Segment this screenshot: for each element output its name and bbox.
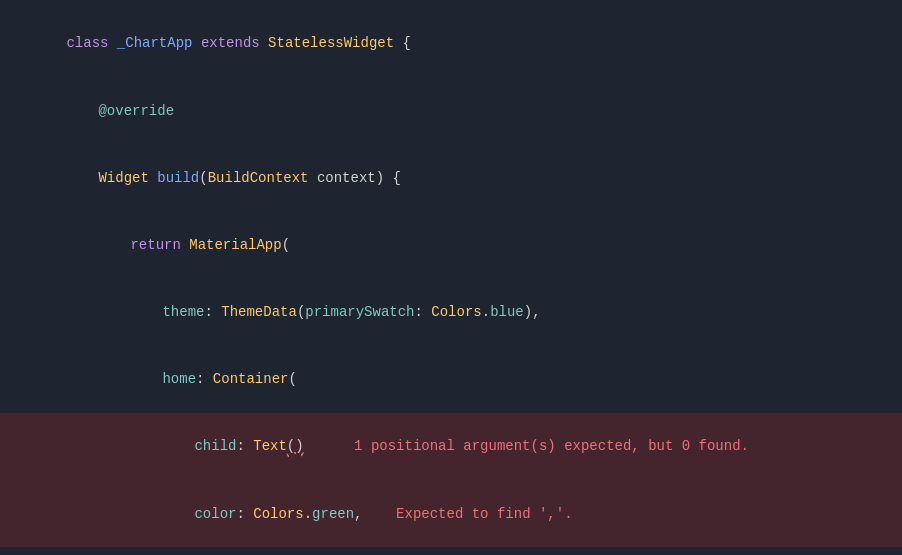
property: blue bbox=[490, 304, 524, 320]
property: home bbox=[162, 371, 196, 387]
type-name: ThemeData bbox=[221, 304, 297, 320]
function-name: build bbox=[157, 170, 199, 186]
type-name: Colors bbox=[431, 304, 481, 320]
keyword: return bbox=[130, 237, 180, 253]
type-name: BuildContext bbox=[208, 170, 309, 186]
property: color bbox=[194, 506, 236, 522]
type-name: Colors bbox=[253, 506, 303, 522]
property: green bbox=[312, 506, 354, 522]
keyword: extends bbox=[201, 35, 260, 51]
error-token: () bbox=[287, 438, 304, 454]
type-name: Container bbox=[213, 371, 289, 387]
class-name: _ChartApp bbox=[117, 35, 193, 51]
error-message: 1 positional argument(s) expected, but 0… bbox=[354, 438, 749, 454]
keyword: class bbox=[66, 35, 116, 51]
property: primarySwatch bbox=[305, 304, 414, 320]
code-line: class _ChartApp extends StatelessWidget … bbox=[0, 10, 902, 77]
code-line: home: Container( bbox=[0, 346, 902, 413]
code-line: 💡 ), // Container bbox=[0, 547, 902, 555]
code-line-error: child: Text() 1 positional argument(s) e… bbox=[0, 413, 902, 480]
code-editor: class _ChartApp extends StatelessWidget … bbox=[0, 0, 902, 555]
error-message: Expected to find ','. bbox=[396, 506, 572, 522]
code-line: theme: ThemeData(primarySwatch: Colors.b… bbox=[0, 279, 902, 346]
code-line: @override bbox=[0, 77, 902, 144]
code-line: return MaterialApp( bbox=[0, 212, 902, 279]
annotation: @override bbox=[98, 103, 174, 119]
type-name: StatelessWidget bbox=[268, 35, 394, 51]
code-line-error: color: Colors.green, Expected to find ',… bbox=[0, 480, 902, 547]
type-name: Text bbox=[253, 438, 287, 454]
property: theme bbox=[162, 304, 204, 320]
type-name: MaterialApp bbox=[189, 237, 281, 253]
type-name: Widget bbox=[98, 170, 148, 186]
property: child bbox=[194, 438, 236, 454]
code-line: Widget build(BuildContext context) { bbox=[0, 144, 902, 211]
